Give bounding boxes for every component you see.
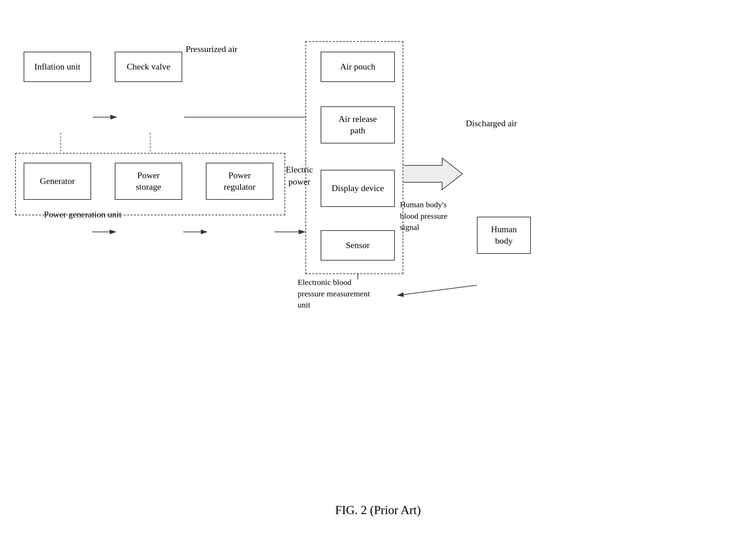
- sensor-box: Sensor: [321, 230, 395, 261]
- figure-caption: FIG. 2 (Prior Art): [335, 503, 421, 517]
- electric-power-label: Electricpower: [277, 164, 321, 188]
- check-valve-box: Check valve: [115, 52, 182, 82]
- display-device-label: Display device: [331, 183, 384, 194]
- svg-marker-4: [397, 158, 462, 190]
- power-gen-unit-label: Power generation unit: [44, 209, 122, 221]
- diagram: Inflation unit Check valve Pressurized a…: [10, 20, 746, 493]
- inflation-unit-label: Inflation unit: [34, 61, 80, 73]
- air-release-path-label: Air releasepath: [339, 113, 377, 136]
- ebp-unit-label: Electronic bloodpressure measurementunit: [298, 277, 419, 311]
- pressurized-air-label: Pressurized air: [186, 43, 238, 55]
- power-storage-box: Powerstorage: [115, 163, 182, 200]
- power-regulator-box: Powerregulator: [206, 163, 273, 200]
- air-release-path-box: Air releasepath: [321, 106, 395, 143]
- generator-box: Generator: [24, 163, 91, 200]
- human-body-box: Humanbody: [477, 217, 531, 254]
- discharged-air-label: Discharged air: [466, 117, 517, 130]
- inflation-unit-box: Inflation unit: [24, 52, 91, 82]
- power-storage-label: Powerstorage: [136, 170, 161, 193]
- check-valve-label: Check valve: [127, 61, 170, 73]
- air-pouch-label: Air pouch: [340, 61, 376, 73]
- power-regulator-label: Powerregulator: [224, 170, 255, 193]
- human-body-label: Humanbody: [491, 224, 517, 247]
- display-device-box: Display device: [321, 170, 395, 207]
- blood-pressure-signal-label: Human body'sblood pressuresignal: [400, 199, 481, 233]
- sensor-label: Sensor: [346, 240, 370, 251]
- generator-label: Generator: [40, 176, 75, 187]
- air-pouch-box: Air pouch: [321, 52, 395, 82]
